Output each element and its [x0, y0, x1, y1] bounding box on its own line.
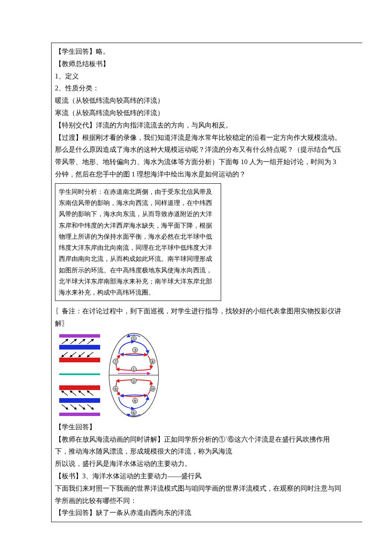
svg-line-14 — [70, 391, 76, 396]
svg-line-2 — [62, 339, 68, 344]
svg-text:⑦: ⑦ — [113, 358, 118, 364]
svg-text:⑧: ⑧ — [150, 358, 155, 364]
svg-rect-6 — [59, 358, 100, 362]
board-point-3: 【板书】3、海洋水体运动的主要动力——盛行风 — [55, 470, 342, 483]
svg-line-9 — [79, 352, 85, 357]
compare-instruction: 下面我们来对照一下我画的世界洋流模式图与咱同学画的世界洋流模式，在观察的同时注意… — [55, 483, 342, 507]
svg-text:③: ③ — [133, 347, 137, 352]
remark-note: 〖备注：在讨论过程中，到下面巡视，对学生进行指导，找较好的小组代表拿图用实物投影… — [55, 305, 342, 330]
special-note: 【特别交代】洋流的方向指洋流流去的方向，与风向相反。 — [55, 119, 342, 132]
cold-current-def: 寒流（从较高纬流向较低纬的洋流） — [55, 107, 342, 119]
student-analysis-box: 学生同时分析：在赤道南北两侧，由于受东北信风带及东南信风带的影响，海水向西流，同… — [55, 183, 221, 301]
lesson-content-cell: 【学生回答】略。 【教师总结板书】 1、定义 2、性质分类： 暖流（从较低纬流向… — [51, 43, 345, 522]
teacher-explain: 【教师在放风海流动画的同时讲解】正如同学所分析的①`⑥这六个洋流是在盛行风吹拂作… — [55, 434, 342, 458]
teacher-board-heading: 【教师总结板书】 — [55, 58, 342, 70]
point-classification: 2、性质分类： — [55, 82, 342, 95]
right-column-stub — [345, 43, 362, 522]
svg-line-10 — [87, 352, 93, 357]
svg-text:⑥: ⑥ — [132, 410, 136, 415]
svg-rect-1 — [59, 345, 100, 350]
svg-line-4 — [79, 339, 85, 344]
svg-text:②: ② — [132, 378, 136, 383]
svg-text:⑩: ⑩ — [150, 386, 155, 391]
conclusion-line: 所以说，盛行风是海洋水体运动的主要动力。 — [55, 458, 342, 470]
student-answer-1: 【学生回答】略。 — [55, 46, 342, 58]
diagram-labels: ① ② ③ ④ ⑤ ⑥ ⑦ ⑧ ⑨ ⑩ — [113, 335, 155, 415]
svg-rect-12 — [59, 385, 100, 390]
transition-paragraph: 【过渡】根据刚才看的录像，我们知道洋流是海水常年比较稳定的沿着一定方向作大规模流… — [55, 132, 342, 181]
svg-rect-17 — [59, 398, 100, 403]
svg-rect-0 — [59, 334, 100, 338]
student-analysis-text: 学生同时分析：在赤道南北两侧，由于受东北信风带及东南信风带的影响，海水向西流，同… — [59, 188, 212, 296]
svg-text:⑨: ⑨ — [113, 386, 118, 391]
svg-rect-11 — [59, 373, 100, 375]
ocean-diagram-svg: ① ② ③ ④ ⑤ ⑥ ⑦ ⑧ ⑨ ⑩ — [55, 331, 166, 420]
svg-line-19 — [70, 405, 76, 409]
point-definition: 1、定义 — [55, 70, 342, 83]
document-page: 【学生回答】略。 【教师总结板书】 1、定义 2、性质分类： 暖流（从较低纬流向… — [0, 0, 392, 555]
ideal-ocean-panel: ① ② ③ ④ ⑤ ⑥ ⑦ ⑧ ⑨ ⑩ — [109, 333, 159, 417]
svg-line-5 — [87, 339, 93, 344]
svg-text:⑤: ⑤ — [132, 335, 136, 341]
svg-line-18 — [62, 405, 68, 409]
svg-text:④: ④ — [133, 398, 137, 403]
svg-line-7 — [62, 352, 68, 357]
student-answer-2: 【学生回答】 — [55, 421, 342, 434]
svg-rect-22 — [59, 413, 100, 416]
svg-line-16 — [87, 391, 93, 396]
svg-line-20 — [79, 405, 85, 409]
wind-belt-panel — [59, 334, 100, 416]
svg-line-8 — [70, 352, 76, 357]
svg-line-21 — [87, 405, 93, 409]
ocean-current-diagram: ① ② ③ ④ ⑤ ⑥ ⑦ ⑧ ⑨ ⑩ — [55, 331, 166, 420]
student-answer-3: 【学生回答】缺了一条从赤道由西向东的洋流 — [55, 507, 342, 519]
svg-text:①: ① — [132, 366, 136, 371]
svg-line-15 — [79, 391, 85, 396]
warm-current-def: 暖流（从较低纬流向较高纬的洋流） — [55, 95, 342, 107]
svg-line-13 — [62, 391, 68, 396]
svg-line-3 — [70, 339, 76, 344]
